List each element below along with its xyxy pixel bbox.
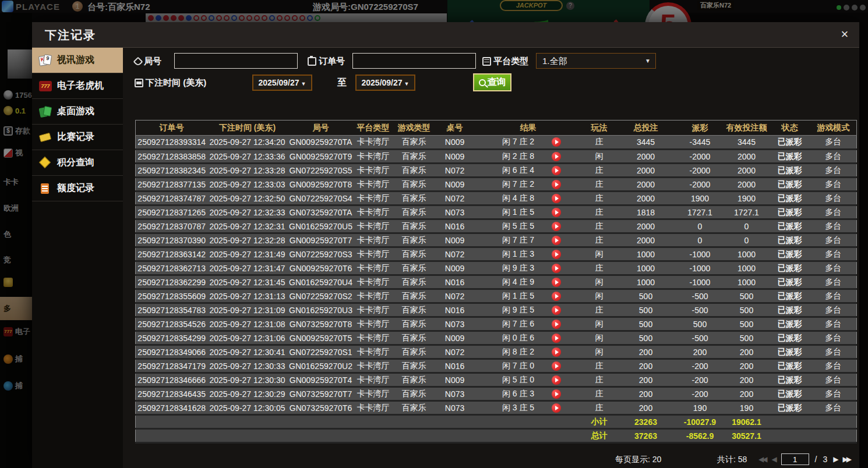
cell: 百家乐	[392, 205, 436, 219]
cell: 卡卡湾厅	[355, 219, 392, 233]
page-number-input[interactable]	[781, 453, 809, 465]
replay-video-icon[interactable]	[552, 306, 561, 315]
table-row: 2509271283416282025-09-27 12:30:05GN0732…	[136, 401, 857, 415]
sidebar-item-4[interactable]: 积分查询	[32, 150, 123, 176]
table-row: 2509271283490662025-09-27 12:30:41GN0722…	[136, 345, 857, 359]
replay-video-icon[interactable]	[552, 236, 561, 245]
cell: 已派彩	[770, 233, 810, 247]
replay-video-icon[interactable]	[552, 208, 561, 217]
cell: 2025-09-27 12:30:33	[208, 359, 287, 373]
cell: 2000	[616, 219, 676, 233]
last-page-icon[interactable]: ▶▶	[843, 455, 850, 463]
next-page-icon[interactable]: ▶	[833, 455, 837, 463]
cell: 200	[676, 345, 724, 359]
total-cell	[208, 429, 287, 443]
replay-video-icon[interactable]	[552, 152, 561, 161]
cell: 卡卡湾厅	[355, 247, 392, 261]
cell: 2025-09-27 12:33:28	[208, 164, 287, 178]
cell: 已派彩	[770, 219, 810, 233]
prev-page-icon[interactable]: ◀	[771, 455, 775, 463]
result-text: 闲 9 庄 3	[502, 263, 534, 274]
cell: 0	[724, 219, 770, 233]
replay-video-icon[interactable]	[552, 250, 561, 259]
replay-video-icon[interactable]	[552, 361, 561, 371]
cell: 已派彩	[770, 205, 810, 219]
table-row: 2509271283547832025-09-27 12:31:09GN0162…	[136, 303, 857, 317]
replay-video-icon[interactable]	[552, 194, 561, 203]
result-text: 闲 7 庄 6	[502, 319, 534, 329]
cell: 百家乐	[392, 359, 436, 373]
cell: 500	[676, 317, 724, 331]
diamond-icon	[39, 157, 52, 169]
date-to-picker[interactable]: 2025/09/27	[355, 75, 415, 91]
order-input[interactable]	[352, 53, 476, 69]
replay-video-icon[interactable]	[552, 180, 561, 189]
replay-video-icon[interactable]	[552, 320, 561, 329]
modal-content: 局号 订单号 平台类型 1.全部 下注时间 (美东) 2025/09/27 至 …	[123, 48, 859, 468]
platform-select[interactable]: 1.全部	[536, 53, 656, 69]
round-filter-label: 局号	[135, 56, 161, 67]
cell: N009	[436, 331, 474, 345]
result-cell: 闲 5 庄 0	[474, 373, 583, 387]
total-cell	[208, 415, 287, 429]
cell: 500	[724, 289, 770, 303]
result-cell: 闲 2 庄 8	[474, 150, 583, 164]
cell: 1000	[724, 247, 770, 261]
cell: 庄	[583, 136, 616, 150]
sidebar-item-0[interactable]: K9视讯游戏	[32, 48, 123, 73]
cell: -2000	[676, 164, 724, 178]
cell: 百家乐	[392, 387, 436, 401]
cell: 卡卡湾厅	[355, 192, 392, 205]
cell: 多台	[810, 233, 857, 247]
cell: N073	[436, 317, 474, 331]
total-cell	[770, 415, 810, 429]
cell: N009	[436, 150, 474, 164]
cell: 卡卡湾厅	[355, 401, 392, 415]
cell: 庄	[583, 387, 616, 401]
sidebar-item-1[interactable]: 777电子老虎机	[32, 73, 123, 99]
cell: 多台	[810, 359, 857, 373]
replay-video-icon[interactable]	[552, 334, 561, 343]
cell: 卡卡湾厅	[355, 373, 392, 387]
tag-icon	[133, 56, 143, 66]
cell: 多台	[810, 150, 857, 164]
cell: 1727.1	[724, 205, 770, 219]
first-page-icon[interactable]: ◀◀	[758, 455, 765, 463]
sidebar-item-5[interactable]: 额度记录	[32, 176, 123, 201]
bet-records-modal: 下注记录 × K9视讯游戏777电子老虎机桌面游戏比赛记录积分查询额度记录 局号…	[32, 22, 859, 468]
cell: 2025-09-27 12:33:36	[208, 150, 287, 164]
cell: GN072259270S2	[287, 289, 355, 303]
cell: GN073259270TA	[287, 205, 355, 219]
sidebar-item-2[interactable]: 桌面游戏	[32, 99, 123, 125]
cell: GN016259270U5	[287, 219, 355, 233]
replay-video-icon[interactable]	[552, 348, 561, 357]
cell: 百家乐	[392, 136, 436, 150]
replay-video-icon[interactable]	[552, 403, 561, 413]
sidebar-item-3[interactable]: 比赛记录	[32, 125, 123, 150]
total-cell: 小计	[583, 415, 616, 429]
total-cell	[474, 415, 583, 429]
table-row: 2509271283823452025-09-27 12:33:28GN0722…	[136, 164, 857, 178]
date-from-picker[interactable]: 2025/09/27	[252, 75, 312, 91]
table-row: 2509271283712652025-09-27 12:32:33GN0732…	[136, 205, 857, 219]
replay-video-icon[interactable]	[552, 137, 561, 147]
cell: GN072259270S3	[287, 247, 355, 261]
replay-video-icon[interactable]	[552, 292, 561, 301]
cell: 多台	[810, 164, 857, 178]
round-input[interactable]	[174, 53, 298, 69]
cell: 已派彩	[770, 178, 810, 192]
replay-video-icon[interactable]	[552, 278, 561, 287]
search-button[interactable]: 查询	[473, 73, 511, 91]
replay-video-icon[interactable]	[552, 264, 561, 273]
replay-video-icon[interactable]	[552, 222, 561, 231]
cell: 多台	[810, 261, 857, 275]
cell: 2025-09-27 12:30:29	[208, 387, 287, 401]
replay-video-icon[interactable]	[552, 389, 561, 399]
result-text: 闲 1 庄 3	[502, 249, 534, 260]
cell: 多台	[810, 387, 857, 401]
replay-video-icon[interactable]	[552, 375, 561, 385]
replay-video-icon[interactable]	[552, 166, 561, 175]
cell: 2025-09-27 12:31:08	[208, 317, 287, 331]
cell: 250927128349066	[136, 345, 208, 359]
close-icon[interactable]: ×	[837, 27, 852, 42]
